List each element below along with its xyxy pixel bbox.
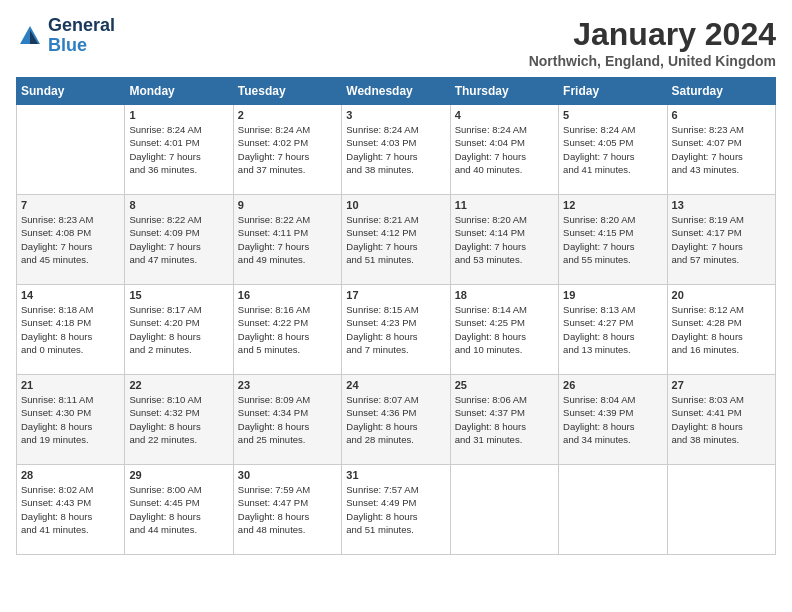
calendar-cell: 7Sunrise: 8:23 AM Sunset: 4:08 PM Daylig… (17, 195, 125, 285)
calendar-cell: 19Sunrise: 8:13 AM Sunset: 4:27 PM Dayli… (559, 285, 667, 375)
calendar-cell: 3Sunrise: 8:24 AM Sunset: 4:03 PM Daylig… (342, 105, 450, 195)
day-info: Sunrise: 8:24 AM Sunset: 4:05 PM Dayligh… (563, 123, 662, 176)
weekday-header-sunday: Sunday (17, 78, 125, 105)
day-info: Sunrise: 8:18 AM Sunset: 4:18 PM Dayligh… (21, 303, 120, 356)
day-number: 22 (129, 379, 228, 391)
day-info: Sunrise: 8:00 AM Sunset: 4:45 PM Dayligh… (129, 483, 228, 536)
day-info: Sunrise: 8:14 AM Sunset: 4:25 PM Dayligh… (455, 303, 554, 356)
day-number: 29 (129, 469, 228, 481)
calendar-cell: 25Sunrise: 8:06 AM Sunset: 4:37 PM Dayli… (450, 375, 558, 465)
day-info: Sunrise: 8:11 AM Sunset: 4:30 PM Dayligh… (21, 393, 120, 446)
day-info: Sunrise: 8:06 AM Sunset: 4:37 PM Dayligh… (455, 393, 554, 446)
calendar-cell: 14Sunrise: 8:18 AM Sunset: 4:18 PM Dayli… (17, 285, 125, 375)
day-info: Sunrise: 8:03 AM Sunset: 4:41 PM Dayligh… (672, 393, 771, 446)
day-info: Sunrise: 8:24 AM Sunset: 4:02 PM Dayligh… (238, 123, 337, 176)
calendar-cell: 16Sunrise: 8:16 AM Sunset: 4:22 PM Dayli… (233, 285, 341, 375)
day-info: Sunrise: 8:20 AM Sunset: 4:15 PM Dayligh… (563, 213, 662, 266)
calendar-cell (559, 465, 667, 555)
calendar-cell: 24Sunrise: 8:07 AM Sunset: 4:36 PM Dayli… (342, 375, 450, 465)
calendar-cell: 4Sunrise: 8:24 AM Sunset: 4:04 PM Daylig… (450, 105, 558, 195)
day-info: Sunrise: 8:22 AM Sunset: 4:11 PM Dayligh… (238, 213, 337, 266)
calendar-cell: 1Sunrise: 8:24 AM Sunset: 4:01 PM Daylig… (125, 105, 233, 195)
calendar-cell: 12Sunrise: 8:20 AM Sunset: 4:15 PM Dayli… (559, 195, 667, 285)
weekday-header-thursday: Thursday (450, 78, 558, 105)
day-info: Sunrise: 8:17 AM Sunset: 4:20 PM Dayligh… (129, 303, 228, 356)
day-number: 3 (346, 109, 445, 121)
calendar-cell: 17Sunrise: 8:15 AM Sunset: 4:23 PM Dayli… (342, 285, 450, 375)
title-section: January 2024 Northwich, England, United … (529, 16, 776, 69)
page-header: General Blue January 2024 Northwich, Eng… (16, 16, 776, 69)
day-info: Sunrise: 8:19 AM Sunset: 4:17 PM Dayligh… (672, 213, 771, 266)
day-info: Sunrise: 8:24 AM Sunset: 4:03 PM Dayligh… (346, 123, 445, 176)
weekday-header-monday: Monday (125, 78, 233, 105)
calendar-cell: 28Sunrise: 8:02 AM Sunset: 4:43 PM Dayli… (17, 465, 125, 555)
weekday-header-row: SundayMondayTuesdayWednesdayThursdayFrid… (17, 78, 776, 105)
calendar-cell: 5Sunrise: 8:24 AM Sunset: 4:05 PM Daylig… (559, 105, 667, 195)
weekday-header-friday: Friday (559, 78, 667, 105)
calendar-header: SundayMondayTuesdayWednesdayThursdayFrid… (17, 78, 776, 105)
calendar-table: SundayMondayTuesdayWednesdayThursdayFrid… (16, 77, 776, 555)
day-info: Sunrise: 8:16 AM Sunset: 4:22 PM Dayligh… (238, 303, 337, 356)
calendar-cell: 15Sunrise: 8:17 AM Sunset: 4:20 PM Dayli… (125, 285, 233, 375)
calendar-week-4: 21Sunrise: 8:11 AM Sunset: 4:30 PM Dayli… (17, 375, 776, 465)
calendar-cell: 20Sunrise: 8:12 AM Sunset: 4:28 PM Dayli… (667, 285, 775, 375)
calendar-cell: 26Sunrise: 8:04 AM Sunset: 4:39 PM Dayli… (559, 375, 667, 465)
day-number: 21 (21, 379, 120, 391)
day-number: 31 (346, 469, 445, 481)
calendar-week-1: 1Sunrise: 8:24 AM Sunset: 4:01 PM Daylig… (17, 105, 776, 195)
logo-icon (16, 22, 44, 50)
day-info: Sunrise: 8:10 AM Sunset: 4:32 PM Dayligh… (129, 393, 228, 446)
calendar-cell: 31Sunrise: 7:57 AM Sunset: 4:49 PM Dayli… (342, 465, 450, 555)
logo: General Blue (16, 16, 115, 56)
calendar-cell: 10Sunrise: 8:21 AM Sunset: 4:12 PM Dayli… (342, 195, 450, 285)
calendar-cell: 22Sunrise: 8:10 AM Sunset: 4:32 PM Dayli… (125, 375, 233, 465)
day-number: 26 (563, 379, 662, 391)
day-info: Sunrise: 8:09 AM Sunset: 4:34 PM Dayligh… (238, 393, 337, 446)
logo-text: General Blue (48, 16, 115, 56)
day-info: Sunrise: 8:15 AM Sunset: 4:23 PM Dayligh… (346, 303, 445, 356)
day-number: 14 (21, 289, 120, 301)
day-number: 27 (672, 379, 771, 391)
day-number: 13 (672, 199, 771, 211)
calendar-cell: 21Sunrise: 8:11 AM Sunset: 4:30 PM Dayli… (17, 375, 125, 465)
calendar-cell: 27Sunrise: 8:03 AM Sunset: 4:41 PM Dayli… (667, 375, 775, 465)
day-number: 30 (238, 469, 337, 481)
day-info: Sunrise: 8:22 AM Sunset: 4:09 PM Dayligh… (129, 213, 228, 266)
calendar-cell: 29Sunrise: 8:00 AM Sunset: 4:45 PM Dayli… (125, 465, 233, 555)
day-info: Sunrise: 8:13 AM Sunset: 4:27 PM Dayligh… (563, 303, 662, 356)
weekday-header-tuesday: Tuesday (233, 78, 341, 105)
month-year: January 2024 (529, 16, 776, 53)
day-number: 2 (238, 109, 337, 121)
day-number: 28 (21, 469, 120, 481)
calendar-cell: 11Sunrise: 8:20 AM Sunset: 4:14 PM Dayli… (450, 195, 558, 285)
day-number: 15 (129, 289, 228, 301)
calendar-week-3: 14Sunrise: 8:18 AM Sunset: 4:18 PM Dayli… (17, 285, 776, 375)
calendar-cell: 2Sunrise: 8:24 AM Sunset: 4:02 PM Daylig… (233, 105, 341, 195)
calendar-week-5: 28Sunrise: 8:02 AM Sunset: 4:43 PM Dayli… (17, 465, 776, 555)
calendar-cell (17, 105, 125, 195)
day-info: Sunrise: 8:23 AM Sunset: 4:08 PM Dayligh… (21, 213, 120, 266)
day-info: Sunrise: 8:12 AM Sunset: 4:28 PM Dayligh… (672, 303, 771, 356)
calendar-cell: 23Sunrise: 8:09 AM Sunset: 4:34 PM Dayli… (233, 375, 341, 465)
day-info: Sunrise: 8:24 AM Sunset: 4:04 PM Dayligh… (455, 123, 554, 176)
day-number: 19 (563, 289, 662, 301)
weekday-header-saturday: Saturday (667, 78, 775, 105)
day-number: 24 (346, 379, 445, 391)
calendar-cell: 13Sunrise: 8:19 AM Sunset: 4:17 PM Dayli… (667, 195, 775, 285)
calendar-body: 1Sunrise: 8:24 AM Sunset: 4:01 PM Daylig… (17, 105, 776, 555)
day-number: 1 (129, 109, 228, 121)
day-number: 4 (455, 109, 554, 121)
calendar-week-2: 7Sunrise: 8:23 AM Sunset: 4:08 PM Daylig… (17, 195, 776, 285)
day-info: Sunrise: 7:59 AM Sunset: 4:47 PM Dayligh… (238, 483, 337, 536)
day-info: Sunrise: 8:21 AM Sunset: 4:12 PM Dayligh… (346, 213, 445, 266)
calendar-cell: 18Sunrise: 8:14 AM Sunset: 4:25 PM Dayli… (450, 285, 558, 375)
calendar-cell (450, 465, 558, 555)
day-info: Sunrise: 8:23 AM Sunset: 4:07 PM Dayligh… (672, 123, 771, 176)
calendar-cell: 6Sunrise: 8:23 AM Sunset: 4:07 PM Daylig… (667, 105, 775, 195)
day-info: Sunrise: 8:07 AM Sunset: 4:36 PM Dayligh… (346, 393, 445, 446)
calendar-cell (667, 465, 775, 555)
day-info: Sunrise: 8:02 AM Sunset: 4:43 PM Dayligh… (21, 483, 120, 536)
day-number: 16 (238, 289, 337, 301)
day-number: 6 (672, 109, 771, 121)
day-info: Sunrise: 8:20 AM Sunset: 4:14 PM Dayligh… (455, 213, 554, 266)
